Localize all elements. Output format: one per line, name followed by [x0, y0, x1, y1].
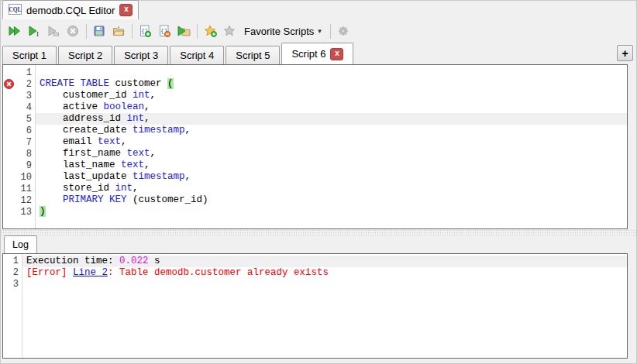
- script-tab-bar: Script 1Script 2Script 3Script 4Script 5…: [0, 43, 637, 64]
- save-icon: [93, 25, 105, 37]
- log-segment: : Table demodb.customer already exists: [108, 267, 329, 278]
- code-line-9[interactable]: last_name text,: [36, 160, 627, 171]
- log-line-1[interactable]: Execution time: 0.022 s: [22, 256, 627, 267]
- add-favorite-button[interactable]: [201, 22, 219, 40]
- code-gutter-line-13: 13: [3, 206, 35, 218]
- code-segment: store_id: [40, 183, 115, 194]
- code-segment: text: [121, 160, 144, 170]
- stop-icon: [67, 25, 79, 37]
- execute-script-file-button[interactable]: [174, 22, 193, 40]
- toolbar-separator: [86, 24, 87, 39]
- editor-tab-title: demodb.CQL Editor: [26, 5, 115, 16]
- editor-code-area[interactable]: CREATE TABLE customer ( customer_id int,…: [36, 65, 627, 228]
- remove-script-button[interactable]: {}: [155, 22, 174, 40]
- code-segment: text: [127, 148, 150, 159]
- code-gutter-line-11: 11: [3, 183, 35, 194]
- script-tab-script-4[interactable]: Script 4: [170, 46, 224, 64]
- code-line-7[interactable]: email text,: [36, 136, 627, 148]
- close-editor-tab-button[interactable]: x: [119, 4, 133, 16]
- toolbar: I{}{}Favorite Scripts▾: [0, 19, 637, 43]
- log-line-2[interactable]: [Error] Line 2: Table demodb.customer al…: [22, 267, 627, 279]
- script-tab-label: Script 5: [236, 50, 270, 61]
- annotation-cell: [3, 160, 14, 170]
- script-tab-script-5[interactable]: Script 5: [226, 46, 280, 64]
- annotation-cell: [3, 195, 14, 205]
- code-segment: CREATE TABLE: [40, 78, 109, 89]
- annotation-cell: [3, 172, 14, 182]
- line-number: 7: [14, 137, 35, 148]
- code-line-5[interactable]: address_id int,: [36, 113, 627, 125]
- favorite-scripts-label: Favorite Scripts: [244, 26, 314, 37]
- execute-script-button[interactable]: [5, 22, 24, 40]
- code-segment: create_date: [40, 125, 133, 136]
- svg-text:CQL: CQL: [9, 6, 21, 13]
- annotation-cell: [3, 125, 14, 136]
- save-script-button[interactable]: [90, 22, 108, 40]
- line-number: 6: [14, 125, 35, 136]
- toolbar-separator: [197, 24, 198, 39]
- code-line-3[interactable]: customer_id int,: [36, 90, 627, 101]
- error-line-link[interactable]: Line 2: [73, 267, 108, 278]
- code-segment: last_name: [40, 160, 121, 170]
- line-number: 5: [14, 114, 35, 125]
- script-tab-script-3[interactable]: Script 3: [114, 46, 168, 64]
- new-script-tab-button[interactable]: +: [617, 45, 633, 61]
- code-segment: [40, 194, 63, 205]
- close-script-6-button[interactable]: x: [330, 48, 343, 60]
- tab-demodb-cql-editor[interactable]: CQL demodb.CQL Editor x: [2, 0, 139, 19]
- line-number: 3: [3, 279, 22, 290]
- code-segment: int: [127, 113, 145, 124]
- execute-partial-button: [44, 22, 63, 40]
- line-number: 9: [14, 160, 35, 171]
- stop-execution-button: [64, 22, 82, 40]
- star-icon: [223, 25, 236, 37]
- open-script-button[interactable]: [109, 22, 128, 40]
- code-gutter-line-1: 1: [3, 67, 35, 78]
- code-line-11[interactable]: store_id int,: [36, 183, 627, 194]
- code-segment: ,: [144, 160, 150, 170]
- add-script-button[interactable]: {}: [136, 22, 154, 40]
- favorite-scripts-button[interactable]: Favorite Scripts▾: [239, 22, 326, 40]
- code-segment: ,: [121, 136, 127, 147]
- log-tab-label: Log: [12, 239, 29, 250]
- code-line-8[interactable]: first_name text,: [36, 148, 627, 160]
- log-panel: 123 Execution time: 0.022 s[Error] Line …: [2, 253, 628, 359]
- line-number: 2: [14, 79, 35, 90]
- log-segment: 0.022: [119, 256, 149, 266]
- line-number: 13: [14, 207, 35, 218]
- code-segment: PRIMARY KEY: [63, 194, 127, 205]
- code-segment: timestamp: [133, 125, 185, 136]
- code-segment: email: [40, 136, 98, 147]
- code-line-6[interactable]: create_date timestamp,: [36, 125, 627, 136]
- run-statement-icon: I: [28, 25, 40, 37]
- log-tab[interactable]: Log: [4, 235, 37, 253]
- code-line-2[interactable]: CREATE TABLE customer (: [36, 78, 627, 90]
- line-number: 3: [14, 91, 35, 101]
- log-content-area[interactable]: Execution time: 0.022 s[Error] Line 2: T…: [22, 254, 627, 358]
- line-number: 8: [14, 149, 35, 160]
- code-gutter-line-5: 5: [3, 113, 35, 125]
- code-line-1[interactable]: [36, 67, 627, 78]
- code-segment: ,: [144, 113, 150, 124]
- code-line-12[interactable]: PRIMARY KEY (customer_id): [36, 194, 627, 206]
- code-segment: ,: [185, 171, 191, 182]
- log-segment: s: [149, 256, 160, 266]
- execute-statement-button[interactable]: I: [25, 22, 43, 40]
- annotation-cell: [3, 184, 14, 194]
- code-line-13[interactable]: ): [36, 206, 627, 218]
- code-line-10[interactable]: last_update timestamp,: [36, 171, 627, 183]
- code-line-4[interactable]: active boolean,: [36, 101, 627, 113]
- editor-gutter: 12345678910111213: [3, 65, 36, 228]
- script-tab-script-1[interactable]: Script 1: [2, 46, 57, 64]
- log-line-3[interactable]: [22, 279, 627, 290]
- editor-log-splitter[interactable]: [0, 229, 637, 235]
- script-tab-script-2[interactable]: Script 2: [58, 46, 112, 64]
- script-tab-label: Script 1: [12, 50, 46, 61]
- annotation-cell: [3, 102, 14, 112]
- code-gutter-line-7: 7: [3, 136, 35, 148]
- line-number: 11: [14, 184, 35, 194]
- code-segment: timestamp: [133, 171, 185, 182]
- sql-editor[interactable]: 12345678910111213 CREATE TABLE customer …: [2, 64, 628, 229]
- script-tab-label: Script 3: [124, 50, 158, 61]
- script-tab-script-6[interactable]: Script 6x: [281, 43, 353, 64]
